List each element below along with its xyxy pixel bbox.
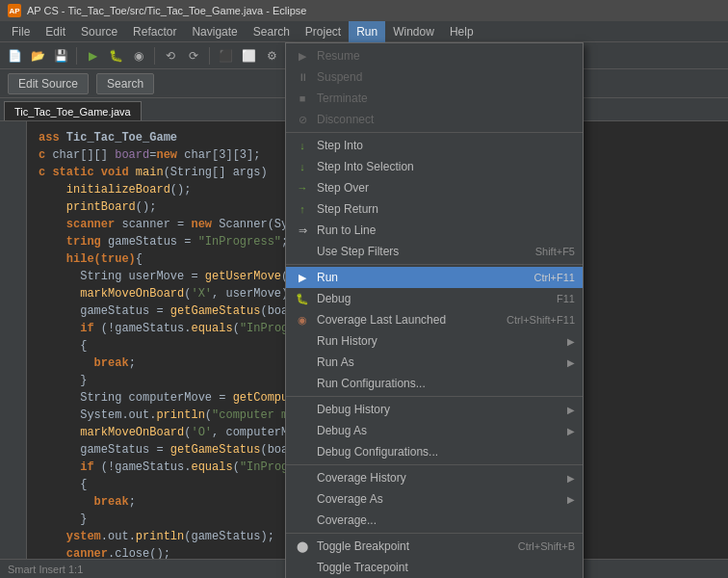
run-history-label: Run History xyxy=(317,334,563,348)
run-history-icon xyxy=(294,333,311,349)
debug-shortcut: F11 xyxy=(557,293,575,304)
menu-item-coverage-last[interactable]: ◉ Coverage Last Launched Ctrl+Shift+F11 xyxy=(286,309,583,330)
step-over-icon: → xyxy=(294,180,311,196)
terminate-label: Terminate xyxy=(317,92,575,105)
step-over-label: Step Over xyxy=(317,181,575,195)
coverage-history-arrow: ▶ xyxy=(567,473,575,484)
suspend-label: Suspend xyxy=(317,70,575,84)
coverage-last-shortcut: Ctrl+Shift+F11 xyxy=(507,314,575,326)
disconnect-icon: ⊘ xyxy=(294,112,311,127)
menu-item-coverage[interactable]: Coverage... xyxy=(286,510,583,534)
run-icon: ▶ xyxy=(294,270,311,285)
menu-item-toggle-tracepoint[interactable]: Toggle Tracepoint xyxy=(286,557,583,578)
coverage-as-arrow: ▶ xyxy=(567,494,575,505)
menu-item-run[interactable]: ▶ Run Ctrl+F11 xyxy=(286,267,583,288)
coverage-icon xyxy=(294,512,311,528)
debug-history-icon xyxy=(294,402,311,417)
toggle-breakpoint-shortcut: Ctrl+Shift+B xyxy=(518,540,575,552)
run-shortcut: Ctrl+F11 xyxy=(534,272,576,283)
debug-as-icon xyxy=(294,423,311,438)
menu-item-use-step-filters[interactable]: Use Step Filters Shift+F5 xyxy=(286,241,583,265)
step-return-label: Step Return xyxy=(317,202,575,216)
step-into-icon: ↓ xyxy=(294,138,311,153)
run-as-icon xyxy=(294,355,311,370)
menu-item-debug-history[interactable]: Debug History ▶ xyxy=(286,399,583,420)
coverage-last-label: Coverage Last Launched xyxy=(317,313,487,327)
run-to-line-icon: ⇒ xyxy=(294,223,311,238)
toggle-tracepoint-label: Toggle Tracepoint xyxy=(317,561,575,574)
menu-item-run-configurations[interactable]: Run Configurations... xyxy=(286,373,583,397)
run-as-arrow: ▶ xyxy=(567,357,575,368)
menu-item-run-as[interactable]: Run As ▶ xyxy=(286,352,583,373)
step-into-label: Step Into xyxy=(317,139,575,152)
debug-configurations-label: Debug Configurations... xyxy=(317,445,575,459)
run-configurations-label: Run Configurations... xyxy=(317,377,575,390)
step-into-selection-label: Step Into Selection xyxy=(317,160,575,173)
debug-label: Debug xyxy=(317,292,537,305)
menu-item-toggle-breakpoint[interactable]: ⬤ Toggle Breakpoint Ctrl+Shift+B xyxy=(286,536,583,557)
debug-configurations-icon xyxy=(294,444,311,460)
toggle-tracepoint-icon xyxy=(294,560,311,575)
menu-item-terminate[interactable]: ■ Terminate xyxy=(286,88,583,109)
run-to-line-label: Run to Line xyxy=(317,223,575,237)
menu-item-step-over[interactable]: → Step Over xyxy=(286,177,583,198)
menu-item-run-history[interactable]: Run History ▶ xyxy=(286,330,583,352)
menu-item-disconnect[interactable]: ⊘ Disconnect xyxy=(286,109,583,133)
run-as-label: Run As xyxy=(317,355,563,369)
step-into-selection-icon: ↓ xyxy=(294,159,311,174)
coverage-history-icon xyxy=(294,470,311,486)
run-configurations-icon xyxy=(294,376,311,391)
run-history-arrow: ▶ xyxy=(567,336,575,347)
menu-item-resume[interactable]: ▶ Resume xyxy=(286,45,583,66)
debug-as-label: Debug As xyxy=(317,424,563,437)
use-step-filters-icon xyxy=(294,244,311,259)
menu-item-debug-configurations[interactable]: Debug Configurations... xyxy=(286,441,583,465)
coverage-history-label: Coverage History xyxy=(317,471,563,485)
dropdown-overlay[interactable]: ▶ Resume ⏸ Suspend ■ Terminate ⊘ Disconn… xyxy=(0,0,728,578)
menu-item-coverage-history[interactable]: Coverage History ▶ xyxy=(286,467,583,488)
resume-icon: ▶ xyxy=(294,48,311,64)
resume-label: Resume xyxy=(317,49,575,63)
menu-item-step-into-selection[interactable]: ↓ Step Into Selection xyxy=(286,156,583,177)
terminate-icon: ■ xyxy=(294,91,311,106)
menu-item-debug-as[interactable]: Debug As ▶ xyxy=(286,420,583,441)
run-menu: ▶ Resume ⏸ Suspend ■ Terminate ⊘ Disconn… xyxy=(285,42,584,578)
use-step-filters-label: Use Step Filters xyxy=(317,245,516,258)
debug-history-arrow: ▶ xyxy=(567,405,575,415)
debug-icon: 🐛 xyxy=(294,291,311,306)
run-label: Run xyxy=(317,271,515,284)
menu-item-run-to-line[interactable]: ⇒ Run to Line xyxy=(286,220,583,241)
step-return-icon: ↑ xyxy=(294,201,311,217)
use-step-filters-shortcut: Shift+F5 xyxy=(535,246,575,257)
coverage-label: Coverage... xyxy=(317,513,575,527)
disconnect-label: Disconnect xyxy=(317,113,575,126)
debug-as-arrow: ▶ xyxy=(567,426,575,436)
menu-item-step-return[interactable]: ↑ Step Return xyxy=(286,198,583,220)
toggle-breakpoint-icon: ⬤ xyxy=(294,539,311,554)
toggle-breakpoint-label: Toggle Breakpoint xyxy=(317,539,499,553)
menu-item-coverage-as[interactable]: Coverage As ▶ xyxy=(286,488,583,510)
debug-history-label: Debug History xyxy=(317,403,563,416)
menu-item-suspend[interactable]: ⏸ Suspend xyxy=(286,66,583,88)
menu-item-step-into[interactable]: ↓ Step Into xyxy=(286,135,583,156)
coverage-as-icon xyxy=(294,491,311,507)
coverage-as-label: Coverage As xyxy=(317,492,563,506)
suspend-icon: ⏸ xyxy=(294,69,311,85)
menu-item-debug[interactable]: 🐛 Debug F11 xyxy=(286,288,583,309)
coverage-last-icon: ◉ xyxy=(294,312,311,328)
